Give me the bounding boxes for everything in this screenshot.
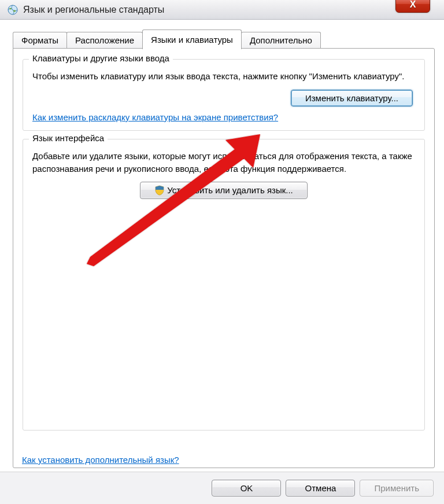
apply-button[interactable]: Применить <box>360 480 434 496</box>
svg-point-2 <box>13 10 16 12</box>
ok-button[interactable]: OK <box>212 480 281 496</box>
group-keyboards-input: Клавиатуры и другие языки ввода Чтобы из… <box>23 59 425 131</box>
tab-location[interactable]: Расположение <box>66 32 143 49</box>
change-keyboard-button[interactable]: Изменить клавиатуру... <box>291 90 413 106</box>
welcome-screen-layout-link[interactable]: Как изменить раскладку клавиатуры на экр… <box>32 112 278 122</box>
window-title: Язык и региональные стандарты <box>23 5 164 15</box>
close-icon: X <box>410 0 416 10</box>
group1-description: Чтобы изменить клавиатуру или язык ввода… <box>32 70 415 83</box>
close-button[interactable]: X <box>395 0 430 13</box>
install-remove-language-button[interactable]: Установить или удалить язык... <box>140 182 308 199</box>
client-area: Форматы Расположение Языки и клавиатуры … <box>0 20 444 504</box>
footer-link-area: Как установить дополнительный язык? <box>22 455 179 465</box>
install-remove-language-label: Установить или удалить язык... <box>167 185 293 195</box>
title-bar: Язык и региональные стандарты X <box>0 0 444 20</box>
group-legend: Клавиатуры и другие языки ввода <box>29 53 173 63</box>
tab-container: Форматы Расположение Языки и клавиатуры … <box>13 30 435 468</box>
tab-panel: Клавиатуры и другие языки ввода Чтобы из… <box>13 48 435 468</box>
dialog-footer: OK Отмена Применить <box>0 472 444 504</box>
globe-icon <box>7 4 18 16</box>
group-display-language: Язык интерфейса Добавьте или удалите язы… <box>23 139 425 431</box>
uac-shield-icon <box>154 185 165 196</box>
tab-advanced[interactable]: Дополнительно <box>241 32 321 49</box>
install-additional-language-link[interactable]: Как установить дополнительный язык? <box>22 455 179 465</box>
group2-description: Добавьте или удалите языки, которые могу… <box>32 150 415 175</box>
group-legend: Язык интерфейса <box>29 133 108 143</box>
svg-point-1 <box>9 8 12 9</box>
cancel-button[interactable]: Отмена <box>286 480 355 496</box>
tab-keyboards-languages[interactable]: Языки и клавиатуры <box>142 30 242 49</box>
tab-formats[interactable]: Форматы <box>13 32 67 49</box>
tab-strip: Форматы Расположение Языки и клавиатуры … <box>13 30 435 49</box>
